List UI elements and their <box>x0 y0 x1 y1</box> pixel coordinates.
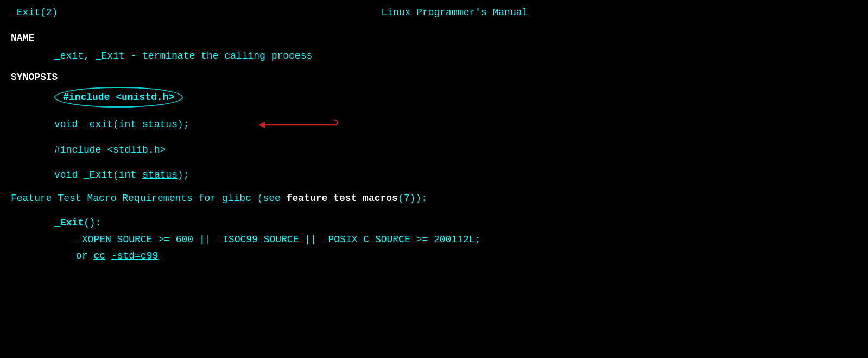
cc-text: cc <box>93 250 105 261</box>
synopsis-label: SYNOPSIS <box>11 70 857 85</box>
include2-text: #include <stdlib.h> <box>54 145 166 155</box>
func1-text: void _exit(int status); <box>54 119 189 130</box>
name-label: NAME <box>11 31 857 46</box>
header-center: Linux Programmer's Manual <box>381 5 528 20</box>
condition-line: _XOPEN_SOURCE >= 600 || _ISOC99_SOURCE |… <box>76 231 857 248</box>
include2-line: #include <stdlib.h> <box>54 142 857 159</box>
func2-line: void _Exit(int status); <box>54 167 857 184</box>
std-text: -std=c99 <box>111 250 158 261</box>
name-section: NAME _exit, _Exit - terminate the callin… <box>11 31 857 65</box>
svg-marker-1 <box>258 122 265 128</box>
name-content: _exit, _Exit - terminate the calling pro… <box>54 48 857 65</box>
exit-func-line: _Exit(): <box>54 215 857 231</box>
func1-param: status <box>142 119 178 130</box>
exit-paren: (): <box>84 217 101 228</box>
or-text: or <box>76 250 88 261</box>
red-arrow-icon <box>255 117 342 133</box>
include1-highlighted: #include <unistd.h> <box>54 87 183 108</box>
include1-line: #include <unistd.h> <box>54 87 857 108</box>
page-container: _Exit(2) Linux Programmer's Manual NAME … <box>11 5 857 265</box>
header-line: _Exit(2) Linux Programmer's Manual <box>11 5 857 20</box>
or-line: or cc -std=c99 <box>76 248 857 265</box>
header-right-spacer <box>851 5 857 20</box>
exit-func-name: _Exit <box>54 217 84 228</box>
synopsis-section: SYNOPSIS #include <unistd.h> void _exit(… <box>11 70 857 184</box>
func2-param: status <box>142 169 178 180</box>
func1-line: void _exit(int status); <box>54 116 857 133</box>
header-left: _Exit(2) <box>11 5 58 20</box>
feature-bold-link: feature_test_macros <box>287 193 398 204</box>
feature-intro-line: Feature Test Macro Requirements for glib… <box>11 191 857 206</box>
